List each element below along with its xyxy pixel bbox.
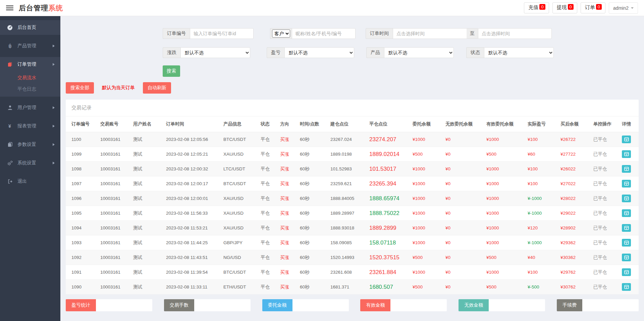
cell-pnl: ¥100 [525,265,558,280]
time-end-input[interactable] [478,28,552,39]
summary-label: 手续费 [557,299,582,311]
cell-control: 已平仓 [591,265,619,280]
cell-direction: 买涨 [277,132,297,147]
cell-direction: 买涨 [277,147,297,162]
sidebar-item-label: 报表管理 [17,123,36,129]
detail-button[interactable] [622,150,631,158]
sidebar-item-reports[interactable]: ¥报表管理 [0,119,60,133]
sidebar-item-logout[interactable]: 退出 [0,174,60,189]
cell-direction: 买涨 [277,235,297,250]
detail-button[interactable] [622,254,631,261]
cell-entrust: ¥500 [410,147,443,162]
summary-row: 盈亏统计交易手数委托金额有效金额无效金额手续费 [66,299,639,311]
topbar-badge-button-2[interactable]: 订单0 [581,2,605,13]
cell-name: 测试 [130,176,163,191]
profit-select[interactable]: 默认不选 [284,47,354,58]
cell-name: 测试 [130,250,163,265]
filter-form: 订单编号 客户 订单时间 至 涨跌 默认不选 [163,28,639,77]
cell-control: 已平仓 [591,206,619,221]
cell-control: 已平仓 [591,191,619,206]
cell-name: 测试 [130,280,163,295]
summary-label: 无效金额 [459,299,489,311]
table-row: 109510003161测试2023-02-08 11:56:33XAU/USD… [66,206,639,221]
search-all-button[interactable]: 搜索全部 [66,82,94,94]
cell-order_no: 1097 [66,176,98,191]
detail-button[interactable] [622,209,631,217]
cell-invalid_entrust: ¥0 [443,191,484,206]
search-button[interactable]: 搜索 [163,65,180,77]
summary-value-box [489,299,545,311]
cell-status: 平仓 [258,176,277,191]
summary-label: 盈亏统计 [66,299,96,311]
cell-control: 已平仓 [591,176,619,191]
time-start-input[interactable] [393,28,467,39]
sidebar-item-products[interactable]: B产品管理 [0,39,60,53]
cell-valid_entrust: ¥1000 [484,265,525,280]
cell-status: 平仓 [258,191,277,206]
cell-close: 1680.507 [367,280,410,295]
cell-open: 1681.371 [328,280,367,295]
column-header: 无效委托余额 [443,116,484,132]
topbar-badge-button-1[interactable]: 提现0 [552,2,577,13]
cell-time: 2023-02-08 11:33:11 [163,280,221,295]
auto-refresh-button[interactable]: 自动刷新 [143,82,171,94]
cell-balance: ¥29762 [558,265,591,280]
cell-name: 测试 [130,132,163,147]
column-header: 状态 [258,116,277,132]
sidebar-item-home[interactable]: 后台首页 [0,20,60,35]
cell-time: 2023-02-08 12:00:17 [163,176,221,191]
sidebar-item-orders[interactable]: 订单管理 [0,57,60,72]
cell-account: 10003161 [98,206,130,221]
user-dropdown[interactable]: admin2 [609,2,638,14]
rise-fall-select[interactable]: 默认不选 [180,47,250,58]
cell-pnl: ¥-1000 [525,191,558,206]
cell-time: 2023-02-08 12:05:21 [163,147,221,162]
cell-open: 23259.621 [328,176,367,191]
detail-button[interactable] [622,136,631,143]
trade-records-table: 订单编号交易账号用户姓名订单时间产品信息状态方向时间/点数建仓点位平仓点位委托余… [66,116,639,295]
sidebar-item-system[interactable]: 系统设置 [0,156,60,170]
customer-input[interactable] [292,28,356,39]
cell-order_no: 1094 [66,221,98,235]
dashboard-icon [7,25,13,31]
today-order-note: 默认为当天订单 [102,85,135,91]
detail-button[interactable] [622,268,631,276]
summary-unit-0: 盈亏统计 [66,299,152,311]
cell-name: 测试 [130,265,163,280]
sidebar-item-users[interactable]: 用户管理 [0,100,60,115]
hamburger-menu-icon[interactable] [6,5,13,10]
cell-duration: 60秒 [297,280,328,295]
cell-entrust: ¥1000 [410,221,443,235]
cell-status: 平仓 [258,162,277,176]
column-header: 买后余额 [558,116,591,132]
topbar-right: 充值0提现0订单0 admin2 [524,2,638,14]
topbar-badge-button-0[interactable]: 充值0 [524,2,549,13]
detail-button[interactable] [622,180,631,188]
detail-button[interactable] [622,239,631,247]
cell-entrust: ¥1000 [410,176,443,191]
cell-account: 10003161 [98,162,130,176]
sidebar-item-params[interactable]: 参数设置 [0,137,60,152]
detail-button[interactable] [622,195,631,202]
cell-name: 测试 [130,147,163,162]
cell-product: GBP/JPY [221,235,258,250]
table-row: 109210003161测试2023-02-08 11:43:51NG/USD平… [66,250,639,265]
detail-button[interactable] [622,165,631,173]
detail-button[interactable] [622,224,631,232]
user-icon [7,105,13,110]
customer-type-select[interactable]: 客户 [272,30,290,38]
status-select[interactable]: 默认不选 [484,47,554,58]
sidebar-subitem[interactable]: 平仓日志 [0,83,60,95]
column-header: 单控操作 [591,116,619,132]
detail-button[interactable] [622,283,631,291]
sidebar-subitem[interactable]: 交易流水 [0,72,60,83]
cell-valid_entrust: ¥1000 [484,206,525,221]
order-time-filter: 订单时间 至 [366,28,552,39]
cell-balance: ¥30762 [558,280,591,295]
order-no-input[interactable] [190,28,254,39]
bitcoin-icon: B [7,43,13,49]
summary-unit-5: 手续费 [557,299,639,311]
product-select[interactable]: 默认不选 [384,47,454,58]
cell-direction: 买涨 [277,206,297,221]
cell-close: 1888.75022 [367,206,410,221]
